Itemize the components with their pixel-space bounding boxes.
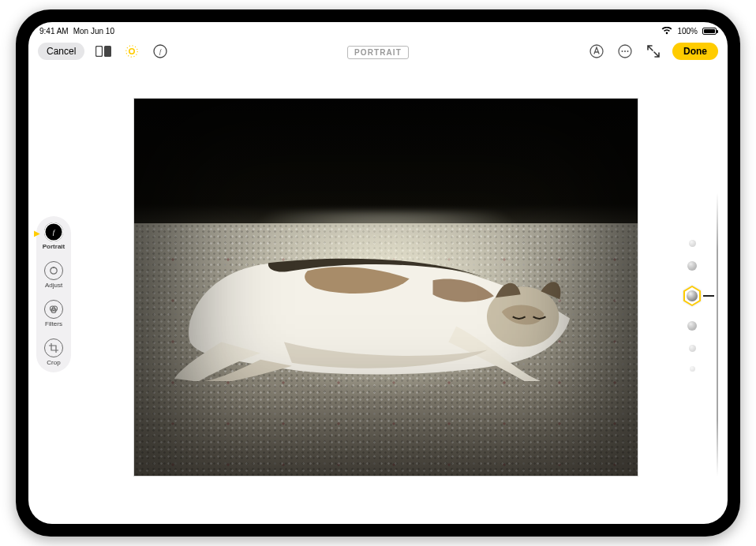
lighting-effect-selected[interactable] <box>681 285 703 307</box>
cancel-button[interactable]: Cancel <box>38 43 84 60</box>
lighting-effect-picker[interactable] <box>674 240 710 372</box>
lighting-effect-preview-icon <box>687 290 698 301</box>
photo-cat-subject <box>174 223 597 382</box>
live-photo-icon[interactable] <box>122 42 141 61</box>
lighting-effect-option[interactable] <box>689 345 696 352</box>
lighting-effect-option[interactable] <box>689 240 696 247</box>
svg-text:f: f <box>53 228 56 236</box>
tab-adjust[interactable]: Adjust <box>39 261 68 289</box>
filters-tab-icon <box>44 300 63 319</box>
svg-point-13 <box>53 267 54 268</box>
more-options-icon[interactable] <box>616 42 634 61</box>
tab-label: Crop <box>47 359 60 366</box>
svg-point-8 <box>622 50 623 52</box>
depth-aperture-icon[interactable]: f <box>151 42 170 61</box>
crop-tab-icon <box>44 338 63 357</box>
svg-point-12 <box>51 267 57 274</box>
tab-filters[interactable]: Filters <box>39 300 68 327</box>
editor-toolbar: Cancel f PORTRAIT <box>28 38 728 65</box>
editor-screen: 9:41 AM Mon Jun 10 100% Cancel <box>28 22 728 524</box>
tab-label: Portrait <box>43 243 65 250</box>
intensity-slider-track[interactable] <box>717 193 718 477</box>
photo-canvas[interactable] <box>133 98 638 477</box>
lighting-effect-option[interactable] <box>690 366 695 372</box>
tab-portrait[interactable]: ▶ f Portrait <box>39 223 68 250</box>
wifi-icon <box>661 27 672 35</box>
lighting-effect-option[interactable] <box>687 321 697 331</box>
done-button[interactable]: Done <box>672 43 718 60</box>
status-date: Mon Jun 10 <box>73 27 114 36</box>
aspect-toggle-button[interactable] <box>94 42 113 61</box>
svg-point-3 <box>126 46 137 57</box>
svg-point-2 <box>129 49 134 54</box>
slider-tick-icon <box>703 295 714 297</box>
battery-percent: 100% <box>677 27 698 36</box>
markup-icon[interactable] <box>587 42 606 61</box>
battery-icon <box>702 28 717 35</box>
portrait-tab-icon: f <box>44 223 63 241</box>
fullscreen-icon[interactable] <box>644 42 663 61</box>
svg-point-10 <box>627 50 629 52</box>
selected-tab-indicator-icon: ▶ <box>34 229 40 237</box>
tab-crop[interactable]: Crop <box>39 338 68 366</box>
svg-rect-1 <box>104 46 111 57</box>
editor-main: ▶ f Portrait Adjust Filters <box>28 66 728 524</box>
lighting-effect-option[interactable] <box>687 261 697 271</box>
portrait-mode-badge: PORTRAIT <box>347 46 409 59</box>
status-bar: 9:41 AM Mon Jun 10 100% <box>28 22 728 38</box>
tab-label: Filters <box>45 320 62 327</box>
tab-label: Adjust <box>45 282 62 289</box>
adjust-tab-icon <box>44 261 63 280</box>
photo-canvas-wrap <box>123 95 649 480</box>
svg-point-9 <box>624 50 626 52</box>
svg-text:f: f <box>159 48 163 55</box>
svg-rect-0 <box>96 47 103 57</box>
edit-mode-tabs: ▶ f Portrait Adjust Filters <box>36 216 71 372</box>
status-time: 9:41 AM <box>39 27 69 36</box>
